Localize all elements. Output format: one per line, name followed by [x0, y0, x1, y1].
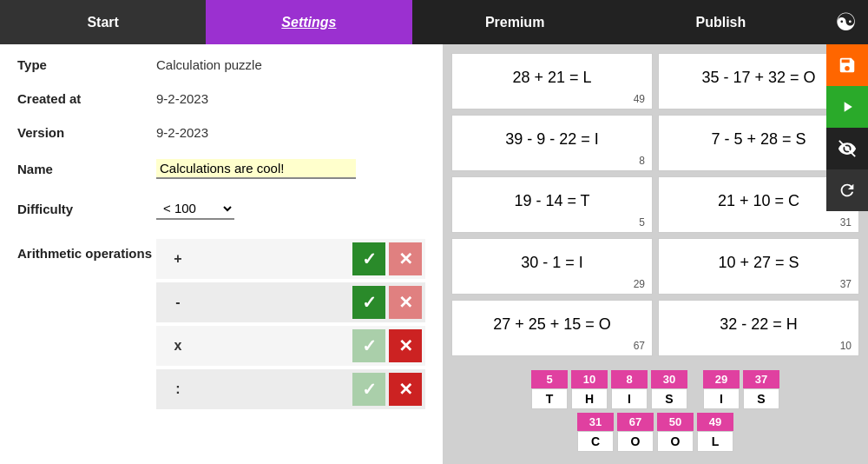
cell-num-7: 37 — [840, 278, 852, 290]
answer-num-29: 29 — [703, 370, 740, 388]
arith-label: Arithmetic operations — [17, 239, 156, 261]
right-sidebar — [826, 44, 868, 211]
version-label: Version — [17, 125, 156, 140]
answer-cell-29: 29 I — [703, 370, 740, 409]
equation-6: 30 - 1 = I — [521, 254, 583, 272]
answer-num-67: 67 — [617, 413, 654, 431]
arith-minus-green[interactable]: ✓ — [352, 286, 385, 319]
answer-cell-8: 8 I — [611, 370, 648, 409]
arith-row: Arithmetic operations + ✓ ✕ - ✓ — [17, 239, 425, 413]
nav-publish[interactable]: Publish — [618, 0, 824, 44]
type-label: Type — [17, 57, 156, 72]
version-row: Version 9-2-2023 — [17, 125, 425, 140]
answer-num-37: 37 — [743, 370, 779, 388]
puzzle-cell-7: 10 + 27 = S 37 — [658, 238, 859, 295]
created-value: 9-2-2023 — [156, 91, 208, 106]
puzzle-grid: 28 + 21 = L 49 35 - 17 + 32 = O 39 - 9 -… — [451, 53, 859, 356]
puzzle-cell-6: 30 - 1 = I 29 — [451, 238, 653, 295]
arith-mult-row: x ✓ ✕ — [156, 326, 425, 366]
check-mark-3: ✓ — [362, 335, 377, 356]
difficulty-row: Difficulty < 100 < 200 < 500 — [17, 198, 425, 220]
arith-div-green[interactable]: ✓ — [352, 373, 385, 406]
answer-letter-29: I — [703, 388, 740, 409]
equation-2: 39 - 9 - 22 = I — [505, 130, 599, 149]
answer-num-49: 49 — [697, 413, 733, 431]
type-value: Calculation puzzle — [156, 57, 262, 72]
puzzle-cell-9: 32 - 22 = H 10 — [658, 300, 859, 356]
arith-mult-symbol: x — [156, 338, 200, 354]
answer-letter-50: O — [657, 431, 694, 452]
cross-mark-2: ✕ — [398, 292, 413, 313]
preview-button[interactable] — [826, 128, 868, 169]
name-input[interactable] — [156, 159, 356, 179]
answer-num-31: 31 — [577, 413, 614, 431]
equation-8: 27 + 25 + 15 = O — [493, 315, 611, 334]
equation-4: 19 - 14 = T — [514, 192, 589, 210]
answer-letter-8: I — [611, 388, 648, 409]
arith-mult-red[interactable]: ✕ — [389, 329, 422, 362]
arith-plus-red[interactable]: ✕ — [389, 242, 422, 275]
answer-letter-10: H — [571, 388, 608, 409]
answer-num-30: 30 — [651, 370, 687, 388]
answer-cell-37: 37 S — [743, 370, 779, 409]
cross-mark-4: ✕ — [398, 379, 413, 400]
difficulty-label: Difficulty — [17, 202, 156, 216]
yin-yang-icon[interactable]: ☯ — [824, 0, 868, 44]
arith-plus-symbol: + — [156, 251, 200, 267]
answer-num-8: 8 — [611, 370, 648, 388]
answer-letter-37: S — [743, 388, 779, 409]
answer-num-5: 5 — [531, 370, 568, 388]
version-value: 9-2-2023 — [156, 125, 208, 140]
cell-num-5: 31 — [840, 216, 852, 229]
right-panel: 28 + 21 = L 49 35 - 17 + 32 = O 39 - 9 -… — [443, 44, 868, 464]
left-panel: Type Calculation puzzle Created at 9-2-2… — [0, 44, 443, 464]
answer-cell-31: 31 C — [577, 413, 614, 452]
answer-letter-30: S — [651, 388, 687, 409]
cell-num-8: 67 — [634, 340, 645, 352]
arith-minus-red[interactable]: ✕ — [389, 286, 422, 319]
answer-row-1: 5 T 10 H 8 I 30 S 29 I — [451, 370, 859, 409]
check-mark: ✓ — [362, 249, 377, 269]
created-label: Created at — [17, 91, 156, 106]
answer-cell-50: 50 O — [657, 413, 694, 452]
answer-cell-67: 67 O — [617, 413, 654, 452]
nav-premium[interactable]: Premium — [412, 0, 618, 44]
arith-mult-green[interactable]: ✓ — [352, 329, 385, 362]
equation-7: 10 + 27 = S — [718, 254, 799, 272]
equation-1: 35 - 17 + 32 = O — [701, 69, 815, 87]
play-button[interactable] — [826, 86, 868, 128]
refresh-button[interactable] — [826, 169, 868, 211]
answer-cell-49: 49 L — [697, 413, 733, 452]
cell-num-2: 8 — [639, 155, 645, 167]
answer-letter-31: C — [577, 431, 614, 452]
cross-mark: ✕ — [398, 249, 413, 269]
check-mark-4: ✓ — [362, 379, 377, 400]
cell-num-0: 49 — [634, 93, 645, 105]
arith-table: + ✓ ✕ - ✓ ✕ — [156, 239, 425, 413]
puzzle-cell-0: 28 + 21 = L 49 — [451, 53, 653, 109]
nav-start[interactable]: Start — [0, 0, 206, 44]
check-mark-2: ✓ — [362, 292, 377, 313]
cell-num-4: 5 — [639, 216, 645, 229]
answer-num-10: 10 — [571, 370, 608, 388]
difficulty-select[interactable]: < 100 < 200 < 500 — [156, 198, 234, 220]
cross-mark-3: ✕ — [398, 335, 413, 356]
answer-section: 5 T 10 H 8 I 30 S 29 I — [451, 370, 859, 452]
cell-num-6: 29 — [634, 278, 645, 290]
arith-minus-row: - ✓ ✕ — [156, 282, 425, 322]
answer-letter-49: L — [697, 431, 733, 452]
save-button[interactable] — [826, 44, 868, 86]
answer-cell-30: 30 S — [651, 370, 687, 409]
puzzle-cell-4: 19 - 14 = T 5 — [451, 176, 653, 233]
equation-3: 7 - 5 + 28 = S — [711, 130, 806, 149]
arith-div-red[interactable]: ✕ — [389, 373, 422, 406]
arith-minus-symbol: - — [156, 295, 200, 310]
name-row: Name — [17, 159, 425, 179]
equation-5: 21 + 10 = C — [718, 192, 799, 210]
type-row: Type Calculation puzzle — [17, 57, 425, 72]
arith-plus-green[interactable]: ✓ — [352, 242, 385, 275]
answer-cell-10: 10 H — [571, 370, 608, 409]
answer-cell-5: 5 T — [531, 370, 568, 409]
nav-settings[interactable]: Settings — [206, 0, 411, 44]
answer-num-50: 50 — [657, 413, 694, 431]
